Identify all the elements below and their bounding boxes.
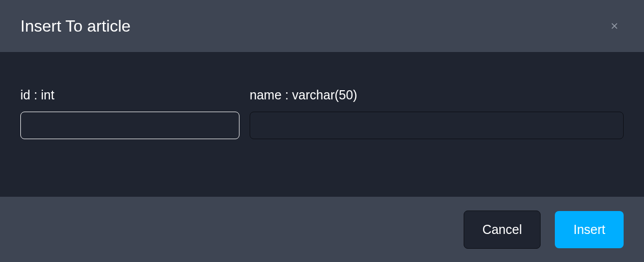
close-button[interactable] — [605, 17, 624, 35]
field-group-id: id : int — [20, 88, 239, 176]
modal-header: Insert To article — [0, 0, 644, 52]
field-group-name: name : varchar(50) — [250, 88, 624, 176]
id-input[interactable] — [20, 112, 239, 139]
modal-title: Insert To article — [20, 17, 130, 36]
modal-footer: Cancel Insert — [0, 197, 644, 262]
field-label-id: id : int — [20, 88, 239, 102]
field-label-name: name : varchar(50) — [250, 88, 624, 102]
close-icon — [609, 21, 620, 31]
name-input[interactable] — [250, 112, 624, 139]
cancel-button[interactable]: Cancel — [464, 211, 541, 249]
modal-body: id : int name : varchar(50) — [0, 52, 644, 197]
insert-button[interactable]: Insert — [555, 211, 624, 248]
insert-modal: Insert To article id : int name : varcha… — [0, 0, 644, 262]
